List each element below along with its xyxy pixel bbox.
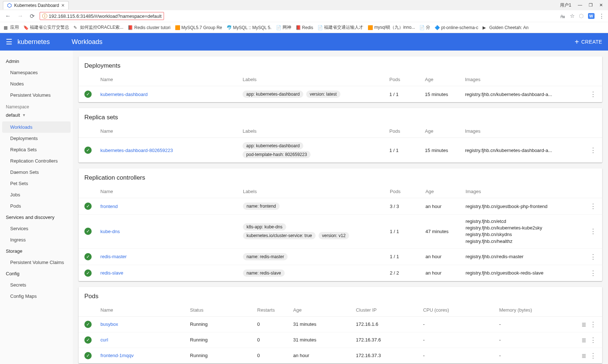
logs-icon[interactable]: ≣ — [581, 321, 586, 328]
url-input[interactable]: i 192.168.115.6:31485/#/workload?namespa… — [40, 12, 164, 20]
apps-grid-icon: ▦ — [4, 25, 9, 30]
age-value: 47 minutes — [420, 215, 460, 249]
reload-icon[interactable]: ⟳ — [28, 13, 36, 20]
app-header: ☰ kubernetes Workloads + CREATE — [0, 33, 608, 51]
back-icon[interactable]: ← — [4, 13, 12, 19]
sidebar-item-services[interactable]: Services — [0, 223, 73, 234]
bookmark-item[interactable]: 🔷pt-online-schema-c — [435, 25, 478, 30]
minimize-icon[interactable]: — — [578, 3, 582, 8]
resource-link[interactable]: kubernetes-dashboard — [100, 92, 148, 97]
images-list: registry.fjhb.cn/etcd registry.fjhb.cn/k… — [460, 215, 580, 249]
apps-button[interactable]: ▦应用 — [4, 24, 19, 31]
kebab-menu-icon[interactable]: ⋮ — [590, 269, 596, 277]
kebab-menu-icon[interactable]: ⋮ — [590, 203, 596, 210]
resource-link[interactable]: redis-master — [100, 254, 127, 259]
kebab-menu-icon[interactable]: ⋮ — [590, 352, 596, 359]
resource-link[interactable]: curl — [100, 337, 108, 343]
resource-link[interactable]: frontend — [100, 204, 118, 209]
col-pods: Pods — [384, 185, 420, 198]
sidebar-item-petsets[interactable]: Pet Sets — [0, 178, 73, 189]
bookmark-item[interactable]: 📄网神 — [276, 24, 291, 31]
sidebar-item-secrets[interactable]: Secrets — [0, 279, 73, 291]
bookmark-item[interactable]: 📄分 — [419, 24, 430, 31]
bookmark-item[interactable]: 📕Redis — [296, 25, 313, 30]
bookmark-item[interactable]: 🟧mysql锁（九）inno... — [368, 24, 415, 31]
sidebar-section-admin: Admin — [0, 56, 73, 67]
forward-icon[interactable]: → — [16, 13, 25, 19]
shield-icon[interactable]: ⬡ — [579, 13, 584, 19]
kebab-menu-icon[interactable]: ⋮ — [590, 91, 596, 98]
kebab-menu-icon[interactable]: ⋮ — [590, 228, 596, 235]
col-labels: Labels — [237, 125, 384, 138]
wiz-extension-icon[interactable]: W — [588, 13, 595, 19]
kebab-menu-icon[interactable]: ⋮ — [590, 253, 596, 260]
kebab-menu-icon[interactable]: ⋮ — [590, 336, 596, 344]
bookmark-item[interactable]: 📄福建省交通运输人才 — [317, 24, 363, 31]
create-button[interactable]: + CREATE — [575, 38, 602, 46]
logo[interactable]: kubernetes — [17, 38, 50, 46]
close-window-icon[interactable]: ✕ — [599, 3, 603, 8]
sidebar-item-jobs[interactable]: Jobs — [0, 189, 73, 200]
col-images: Images — [460, 185, 580, 198]
sidebar-item-configmaps[interactable]: Config Maps — [0, 291, 73, 302]
label-chip: name: frontend — [243, 203, 280, 210]
bookmark-item[interactable]: 🔖福建省公安厅交警总 — [23, 24, 69, 31]
browser-menu-icon[interactable]: ⋮ — [599, 13, 604, 19]
logs-icon[interactable]: ≣ — [581, 337, 586, 343]
bookmark-item[interactable]: 📕Redis cluster tutori — [128, 25, 170, 30]
sidebar-item-pods[interactable]: Pods — [0, 200, 73, 212]
user-label: 用户1 — [560, 2, 571, 8]
restarts-value: 0 — [251, 316, 287, 332]
translate-icon[interactable]: 🗛 — [560, 13, 565, 19]
resource-link[interactable]: kube-dns — [100, 229, 120, 234]
label-chip: app: kubernetes-dashboard — [243, 91, 303, 98]
label-chip: name: redis-master — [243, 253, 288, 260]
resource-link[interactable]: kubernetes-dashboard-802659223 — [100, 148, 173, 153]
resource-link[interactable]: frontend-1mqqv — [100, 353, 133, 358]
browser-tab[interactable]: Kubernetes Dashboard ✕ — [3, 1, 69, 9]
sidebar-item-daemonsets[interactable]: Daemon Sets — [0, 167, 73, 178]
url-text: 192.168.115.6:31485/#/workload?namespace… — [49, 13, 161, 19]
info-icon[interactable]: i — [42, 13, 47, 19]
page-icon: 📄 — [276, 25, 281, 30]
maximize-icon[interactable]: ❐ — [589, 3, 593, 8]
image-value: registry.fjhb.cn/guestbook-php-frontend — [460, 198, 580, 215]
label-chip: kubernetes.io/cluster-service: true — [243, 232, 316, 239]
col-images: Images — [459, 125, 580, 138]
sidebar-section-storage: Storage — [0, 245, 73, 257]
pods-value: 1 / 1 — [384, 248, 420, 265]
col-ip: Cluster IP — [350, 304, 417, 317]
ip-value: 172.16.37.6 — [350, 332, 417, 348]
sidebar-item-pv[interactable]: Persistent Volumes — [0, 89, 73, 101]
chevron-down-icon: ▼ — [22, 113, 26, 117]
sidebar-section-config: Config — [0, 268, 73, 279]
sidebar-item-ingress[interactable]: Ingress — [0, 234, 73, 245]
bookmark-item[interactable]: ✎如何监控ORACLE索... — [73, 24, 123, 31]
menu-icon[interactable]: ☰ — [6, 37, 12, 46]
sidebar-item-namespaces[interactable]: Namespaces — [0, 67, 73, 78]
sidebar-item-pvc[interactable]: Persistent Volume Claims — [0, 257, 73, 268]
kebab-menu-icon[interactable]: ⋮ — [590, 147, 596, 154]
sidebar: Admin Namespaces Nodes Persistent Volume… — [0, 51, 73, 364]
sidebar-item-rcs[interactable]: Replication Controllers — [0, 155, 73, 167]
cpu-value: - — [417, 348, 493, 363]
resource-link[interactable]: busybox — [100, 321, 118, 327]
status-ok-icon: ✓ — [84, 228, 92, 235]
sidebar-item-replicasets[interactable]: Replica Sets — [0, 144, 73, 155]
pods-value: 2 / 2 — [384, 265, 420, 281]
sidebar-item-deployments[interactable]: Deployments — [0, 133, 73, 144]
close-icon[interactable]: ✕ — [61, 3, 65, 8]
star-icon[interactable]: ☆ — [570, 13, 575, 19]
bookmark-item[interactable]: ▶Golden Cheetah: An — [483, 25, 528, 30]
logs-icon[interactable]: ≣ — [581, 353, 586, 359]
col-images: Images — [459, 73, 580, 86]
namespace-select[interactable]: default ▼ — [0, 111, 73, 121]
sidebar-item-workloads[interactable]: Workloads — [2, 121, 71, 133]
redis-icon: 📕 — [296, 25, 301, 30]
resource-link[interactable]: redis-slave — [100, 270, 123, 276]
bookmark-item[interactable]: 🐬MySQL :: MySQL 5. — [227, 25, 272, 30]
sidebar-item-nodes[interactable]: Nodes — [0, 78, 73, 89]
kebab-menu-icon[interactable]: ⋮ — [590, 321, 596, 328]
bookmark-item[interactable]: 🟧MySQL5.7 Group Re — [175, 25, 222, 30]
browser-chrome: Kubernetes Dashboard ✕ 用户1 — ❐ ✕ ← → ⟳ i… — [0, 0, 608, 33]
